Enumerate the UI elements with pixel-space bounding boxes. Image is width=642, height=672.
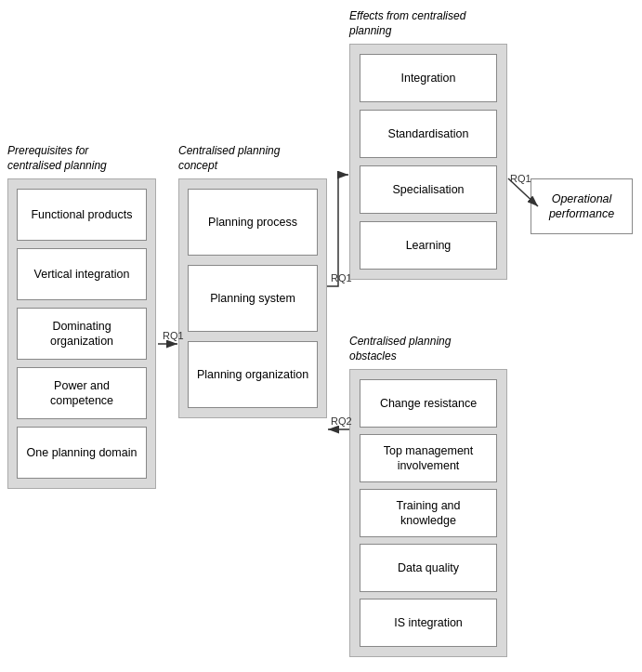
effects-label: Effects from centralised planning	[349, 9, 507, 38]
effects-panel: Integration Standardisation Specialisati…	[349, 44, 507, 280]
planning-concept-panel: Planning process Planning system Plannin…	[178, 178, 327, 418]
box-dominating-organization: Dominating organization	[17, 308, 147, 360]
planning-concept-label: Centralised planning concept	[178, 144, 327, 173]
box-integration: Integration	[360, 54, 497, 102]
obstacles-panel: Change resistance Top management involve…	[349, 369, 507, 657]
box-change-resistance: Change resistance	[360, 379, 497, 428]
box-planning-organization: Planning organization	[188, 341, 318, 408]
box-is-integration: IS integration	[360, 599, 497, 647]
box-training-knowledge: Training and knowledge	[360, 489, 497, 537]
box-standardisation: Standardisation	[360, 110, 497, 158]
box-power-competence: Power and competence	[17, 367, 147, 419]
prerequisites-panel: Functional products Vertical integration…	[7, 178, 156, 489]
box-vertical-integration: Vertical integration	[17, 248, 147, 300]
effects-column: Effects from centralised planning Integr…	[349, 9, 507, 280]
operational-performance-box: Operational performance	[531, 178, 633, 234]
box-one-planning-domain: One planning domain	[17, 427, 147, 479]
obstacles-label: Centralised planning obstacles	[349, 335, 507, 363]
box-planning-system: Planning system	[188, 265, 318, 332]
box-learning: Learning	[360, 221, 497, 270]
op-perf-label: Operational performance	[531, 191, 632, 222]
prerequisites-label: Prerequisites for centralised planning	[7, 144, 156, 173]
prerequisites-column: Prerequisites for centralised planning F…	[7, 144, 156, 489]
box-specialisation: Specialisation	[360, 165, 497, 214]
box-top-management: Top management involvement	[360, 434, 497, 482]
planning-concept-column: Centralised planning concept Planning pr…	[178, 144, 327, 418]
obstacles-column: Centralised planning obstacles Change re…	[349, 335, 507, 657]
box-planning-process: Planning process	[188, 189, 318, 256]
diagram: Prerequisites for centralised planning F…	[0, 0, 642, 672]
box-data-quality: Data quality	[360, 544, 497, 592]
box-functional-products: Functional products	[17, 189, 147, 241]
rq1-label-3: RQ1	[510, 173, 531, 184]
arrow-rq1-col2-col3top	[327, 175, 348, 286]
